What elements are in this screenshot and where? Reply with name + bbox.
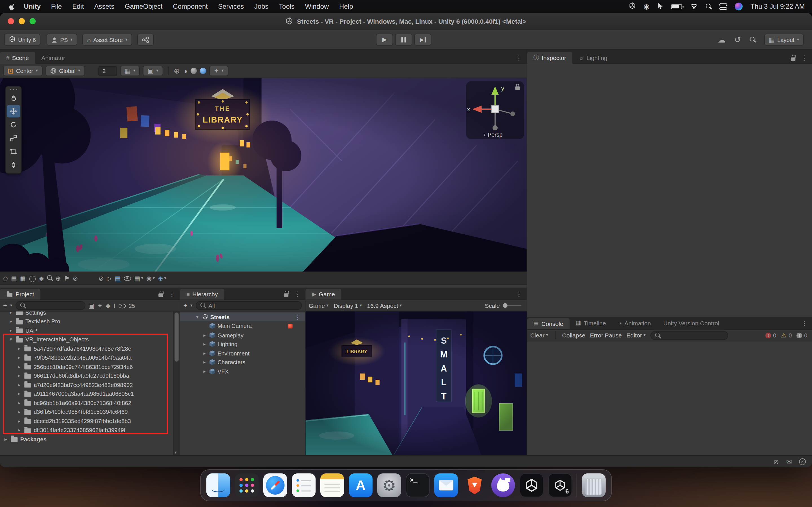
- camera-dropdown[interactable]: ◉▾: [146, 275, 155, 281]
- hierarchy-tree[interactable]: ▾ Streets ⋮ Main Camera ▸ Gameplay: [180, 312, 305, 455]
- scene-options-icon[interactable]: ⋮: [295, 313, 301, 321]
- scene-3d-view[interactable]: THE LIBRARY: [0, 78, 527, 272]
- tab-inspector[interactable]: ⓘInspector: [527, 52, 572, 64]
- dock-brave[interactable]: [463, 473, 486, 497]
- scene-viewport[interactable]: THE LIBRARY: [0, 78, 527, 272]
- menu-gameobject[interactable]: GameObject: [119, 0, 168, 13]
- create-asset-button[interactable]: +: [3, 302, 7, 309]
- dock-system-settings[interactable]: ⚙: [377, 473, 401, 497]
- scene-orientation-gizmo[interactable]: y x ‹ Persp: [465, 80, 525, 146]
- compass-overlay-icon[interactable]: ⊘: [73, 275, 78, 281]
- menu-file[interactable]: File: [46, 0, 67, 13]
- dock-app-store[interactable]: A: [349, 473, 372, 497]
- game-viewport[interactable]: LIBRARY S M A L T: [306, 312, 527, 455]
- effects-dropdown[interactable]: ✦▾: [209, 66, 229, 76]
- tab-animation[interactable]: ◔Animation: [612, 317, 657, 329]
- menu-window[interactable]: Window: [300, 0, 334, 13]
- menu-bar-clock[interactable]: Thu 3 Jul 9:22 AM: [751, 3, 805, 10]
- projection-label[interactable]: Persp: [488, 131, 503, 138]
- more-menu-icon[interactable]: ⋮: [294, 290, 300, 297]
- mute-audio-icon[interactable]: ⊘: [99, 275, 104, 281]
- game-3d-view[interactable]: LIBRARY S M A L T: [306, 312, 527, 455]
- history-icon[interactable]: ↺: [734, 36, 741, 44]
- more-menu-icon[interactable]: ⋮: [516, 290, 522, 297]
- transform-tool-button[interactable]: [7, 159, 20, 171]
- tab-unity-version-control[interactable]: Unity Version Control: [657, 317, 726, 329]
- pause-button[interactable]: [395, 34, 412, 45]
- editor-dropdown[interactable]: Editor▾: [626, 332, 646, 338]
- hand-tool-button[interactable]: [7, 92, 20, 104]
- menu-help[interactable]: Help: [334, 0, 358, 13]
- window-title-bar[interactable]: Streets - VR - Project - Windows, Mac, L…: [0, 13, 812, 30]
- project-folder-row[interactable]: ▸5a473077dfada7641998c47c8e78f28e: [17, 344, 172, 353]
- move-tool-button[interactable]: [7, 105, 20, 117]
- label-icon[interactable]: ◆: [106, 302, 110, 309]
- screen-recording-icon[interactable]: ◉: [644, 3, 650, 10]
- visibility-eye-icon[interactable]: [118, 303, 126, 308]
- gem-overlay-icon[interactable]: ◆: [39, 275, 44, 281]
- error-pause-toggle[interactable]: Error Pause: [590, 332, 622, 338]
- hierarchy-row-environment[interactable]: ▸ Environment: [180, 349, 305, 357]
- control-center-icon[interactable]: [719, 3, 727, 10]
- dock-trash[interactable]: [582, 473, 606, 497]
- tab-console[interactable]: ▤Console: [527, 318, 569, 329]
- orientation-overlay-icon[interactable]: ▤: [11, 275, 17, 281]
- dock-finder[interactable]: [206, 473, 230, 497]
- more-menu-icon[interactable]: ⋮: [801, 54, 807, 62]
- mute-notifications-icon[interactable]: ⊘: [773, 458, 779, 465]
- layers-dropdown[interactable]: ▤▾: [134, 275, 143, 281]
- search-icon[interactable]: [750, 37, 755, 42]
- visibility-eye-icon[interactable]: [124, 276, 131, 281]
- lock-icon[interactable]: [158, 291, 163, 297]
- collapse-toggle[interactable]: Collapse: [562, 332, 585, 338]
- message-filter-toggle[interactable]: !0: [797, 332, 809, 338]
- gizmos-dropdown[interactable]: ⊕▾: [158, 275, 166, 281]
- project-scrollbar[interactable]: ▾: [173, 312, 180, 455]
- status-ok-icon[interactable]: ✓: [799, 458, 806, 465]
- dock-terminal[interactable]: >_: [406, 473, 429, 497]
- more-menu-icon[interactable]: ⋮: [801, 320, 807, 327]
- tab-project[interactable]: Project: [0, 289, 40, 300]
- search-overlay-icon[interactable]: [47, 275, 52, 281]
- fly-mode-icon[interactable]: ▷: [107, 275, 112, 281]
- flag-overlay-icon[interactable]: ⚑: [64, 275, 70, 281]
- menu-jobs[interactable]: Jobs: [249, 0, 273, 13]
- dock-unity-hub[interactable]: [520, 473, 543, 497]
- step-button[interactable]: ▶: [414, 34, 432, 45]
- project-folder-row[interactable]: ▸Settings: [8, 312, 172, 317]
- clear-button[interactable]: Clear▾: [530, 332, 548, 338]
- dock-github-desktop[interactable]: [491, 473, 515, 497]
- drag-handle[interactable]: • • •: [10, 88, 17, 91]
- lock-icon[interactable]: [791, 55, 796, 61]
- coord-space-dropdown[interactable]: Global▾: [46, 66, 85, 76]
- lock-icon[interactable]: [284, 291, 289, 297]
- display-dropdown[interactable]: Display 1▾: [334, 302, 362, 309]
- dock-unity-6[interactable]: 6: [548, 473, 572, 497]
- gizmo-collapse-icon[interactable]: ‹: [484, 131, 486, 138]
- messages-icon[interactable]: ✉: [786, 458, 792, 465]
- project-folder-row[interactable]: ▸bc96bb1b1a60a914380c71368f40f862: [17, 398, 172, 407]
- scrollbar-thumb[interactable]: [174, 313, 179, 361]
- hierarchy-row-characters[interactable]: ▸ Characters: [180, 358, 305, 367]
- chevron-down-icon[interactable]: ▾: [190, 303, 192, 307]
- project-folder-row[interactable]: ▸UAP: [8, 326, 172, 335]
- scroll-down-arrow[interactable]: ▾: [174, 450, 176, 455]
- scale-slider[interactable]: Scale: [485, 302, 523, 309]
- project-folder-row[interactable]: ▸a7d20e9f23bd7cc449823e482e098902: [17, 380, 172, 389]
- collab-button[interactable]: [137, 34, 154, 45]
- siri-icon[interactable]: [735, 3, 743, 10]
- game-mode-dropdown[interactable]: Game▾: [309, 302, 328, 309]
- hierarchy-row-lighting[interactable]: ▸ Lighting: [180, 340, 305, 348]
- tab-game[interactable]: ▶Game: [306, 289, 341, 300]
- circle-overlay-icon[interactable]: ◯: [29, 275, 36, 281]
- menu-unity[interactable]: Unity: [18, 0, 46, 13]
- play-button[interactable]: ▶: [376, 34, 393, 45]
- crosshair-overlay-icon[interactable]: ⊕: [56, 275, 61, 281]
- layout-dropdown[interactable]: ▦ Layout▾: [764, 34, 804, 45]
- tab-timeline[interactable]: ▦Timeline: [569, 317, 612, 329]
- console-search-input[interactable]: [650, 331, 728, 340]
- chevron-down-icon[interactable]: ▾: [10, 303, 12, 307]
- more-menu-icon[interactable]: ⋮: [169, 290, 175, 297]
- apple-menu-icon[interactable]: [9, 3, 17, 10]
- unity-tray-icon[interactable]: [629, 2, 636, 11]
